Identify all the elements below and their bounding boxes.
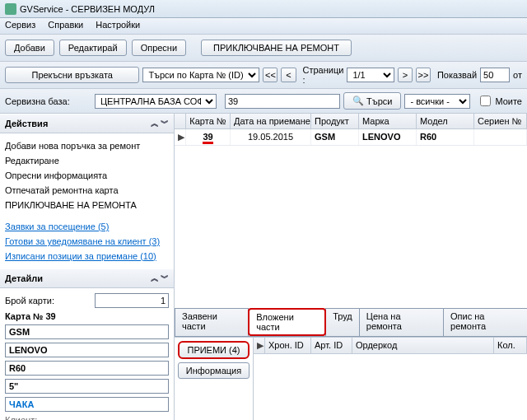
menu-service[interactable]: Сервиз — [5, 20, 35, 30]
app-icon — [5, 3, 16, 15]
detail-model[interactable]: R60 — [5, 361, 169, 376]
status-filter-select[interactable]: - всички - — [404, 94, 470, 109]
sub-grid-header: ▶ Хрон. ID Арт. ID Ордеркод Кол. — [254, 338, 527, 354]
actions-header[interactable]: Действия ︽︾ — [0, 114, 174, 133]
action-edit[interactable]: Редактиране — [5, 153, 169, 168]
tab-repair-price[interactable]: Цена на ремонта — [359, 308, 444, 336]
detail-product[interactable]: GSM — [5, 324, 169, 339]
nav-first[interactable]: << — [263, 68, 277, 82]
sub-col-chron[interactable]: Хрон. ID — [265, 338, 311, 353]
col-serial[interactable]: Сериен № — [474, 114, 527, 128]
card-count[interactable] — [95, 293, 169, 308]
search-by-select[interactable]: Търси по Карта № (ID) — [142, 68, 259, 82]
link-visit-requests[interactable]: Заявки за посещение (5) — [5, 219, 169, 234]
cell-date: 19.05.2015 — [231, 129, 311, 145]
cell-model: R60 — [420, 132, 436, 142]
add-button[interactable]: Добави — [5, 40, 54, 56]
collapse-icon[interactable]: ︽ — [151, 273, 159, 284]
cell-card: 39 — [203, 132, 212, 144]
disconnect-button[interactable]: Прекъсни връзката — [5, 67, 139, 83]
action-add-order[interactable]: Добави нова поръчка за ремонт — [5, 138, 169, 153]
pages-label: Страници : — [303, 65, 344, 85]
col-model[interactable]: Модел — [417, 114, 474, 128]
main-toolbar: Добави Редактирай Опресни ПРИКЛЮЧВАНЕ НА… — [0, 35, 527, 62]
show-count-input[interactable] — [480, 68, 510, 82]
sub-area: ПРИЕМИ (4) Информация ▶ Хрон. ID Арт. ID… — [175, 337, 527, 420]
col-date[interactable]: Дата на приемане — [231, 114, 311, 128]
right-panel: Карта № Дата на приемане Продукт Марка М… — [175, 114, 527, 420]
accept-button[interactable]: ПРИЕМИ (4) — [178, 341, 250, 359]
tab-used-parts[interactable]: Вложени части — [248, 308, 326, 336]
card-no-label: Карта № — [5, 311, 43, 321]
search-input[interactable] — [225, 94, 340, 109]
grid-header: Карта № Дата на приемане Продукт Марка М… — [175, 114, 527, 129]
search-button[interactable]: 🔍 Търси — [343, 92, 401, 110]
menu-settings[interactable]: Настройки — [96, 20, 140, 30]
tab-requested-parts[interactable]: Заявени части — [175, 308, 249, 336]
edit-button[interactable]: Редактирай — [59, 40, 127, 56]
info-button[interactable]: Информация — [178, 362, 250, 379]
sub-col-order[interactable]: Ордеркод — [352, 338, 494, 353]
base-select[interactable]: ЦЕНТРАЛНА БАЗА СОФИЯ — [95, 94, 217, 109]
search-icon: 🔍 — [352, 96, 364, 106]
menu-bar: Сервиз Справки Настройки — [0, 18, 527, 35]
col-card[interactable]: Карта № — [186, 114, 231, 128]
detail-size[interactable]: 5" — [5, 379, 169, 394]
base-label: Сервизна база: — [5, 96, 70, 106]
row-indicator-icon: ▶ — [175, 129, 186, 145]
from-label: от — [513, 70, 522, 80]
action-close-repair[interactable]: ПРИКЛЮЧВАНЕ НА РЕМОНТА — [5, 198, 169, 212]
link-ready-notify[interactable]: Готови за уведомяване на клиент (3) — [5, 234, 169, 249]
cell-brand: LENOVO — [362, 132, 400, 142]
action-refresh[interactable]: Опресни информацията — [5, 168, 169, 183]
mine-checkbox[interactable]: Моите — [477, 93, 522, 109]
details-header[interactable]: Детайли ︽︾ — [0, 268, 174, 288]
expand-icon[interactable]: ︾ — [161, 273, 169, 284]
col-brand[interactable]: Марка — [359, 114, 417, 128]
tab-repair-desc[interactable]: Опис на ремонта — [443, 308, 527, 336]
actions-list: Добави нова поръчка за ремонт Редактиран… — [0, 133, 174, 268]
sub-col-qty[interactable]: Кол. — [494, 338, 527, 353]
nav-prev[interactable]: < — [281, 68, 296, 82]
tab-strip: Заявени части Вложени части Труд Цена на… — [175, 308, 527, 337]
client-label: Клиент: — [5, 415, 169, 420]
nav-next[interactable]: > — [398, 68, 413, 82]
collapse-icon[interactable]: ︽ — [151, 118, 159, 129]
close-repair-button[interactable]: ПРИКЛЮЧВАНЕ НА РЕМОНТ — [201, 40, 352, 56]
filter-bar: Сервизна база: ЦЕНТРАЛНА БАЗА СОФИЯ 🔍 Тъ… — [0, 89, 527, 114]
menu-reports[interactable]: Справки — [48, 20, 83, 30]
details-body: Брой карти: Карта № 39 GSM LENOVO R60 5"… — [0, 288, 174, 420]
window-title: GVService - СЕРВИЗЕН МОДУЛ — [20, 4, 155, 14]
row-indicator-icon: ▶ — [254, 338, 265, 353]
nav-last[interactable]: >> — [416, 68, 431, 82]
refresh-button[interactable]: Опресни — [132, 40, 186, 56]
table-row[interactable]: ▶ 39 19.05.2015 GSM LENOVO R60 — [175, 129, 527, 146]
left-panel: Действия ︽︾ Добави нова поръчка за ремон… — [0, 114, 175, 420]
title-bar: GVService - СЕРВИЗЕН МОДУЛ — [0, 0, 527, 18]
link-positions-accept[interactable]: Изписани позиции за приемане (10) — [5, 249, 169, 264]
expand-icon[interactable]: ︾ — [161, 118, 169, 129]
action-print[interactable]: Отпечатай ремонтна карта — [5, 183, 169, 198]
count-label: Брой карти: — [5, 296, 54, 306]
card-no-value: 39 — [45, 311, 55, 321]
cell-product: GSM — [315, 132, 335, 142]
detail-brand[interactable]: LENOVO — [5, 343, 169, 357]
pages-select[interactable]: 1/1 — [347, 68, 394, 82]
tab-labor[interactable]: Труд — [325, 308, 360, 336]
detail-status[interactable]: ЧАКА — [5, 397, 169, 412]
col-product[interactable]: Продукт — [311, 114, 359, 128]
show-label: Показвай — [437, 70, 477, 80]
search-bar: Прекъсни връзката Търси по Карта № (ID) … — [0, 62, 527, 89]
sub-col-art[interactable]: Арт. ID — [311, 338, 352, 353]
